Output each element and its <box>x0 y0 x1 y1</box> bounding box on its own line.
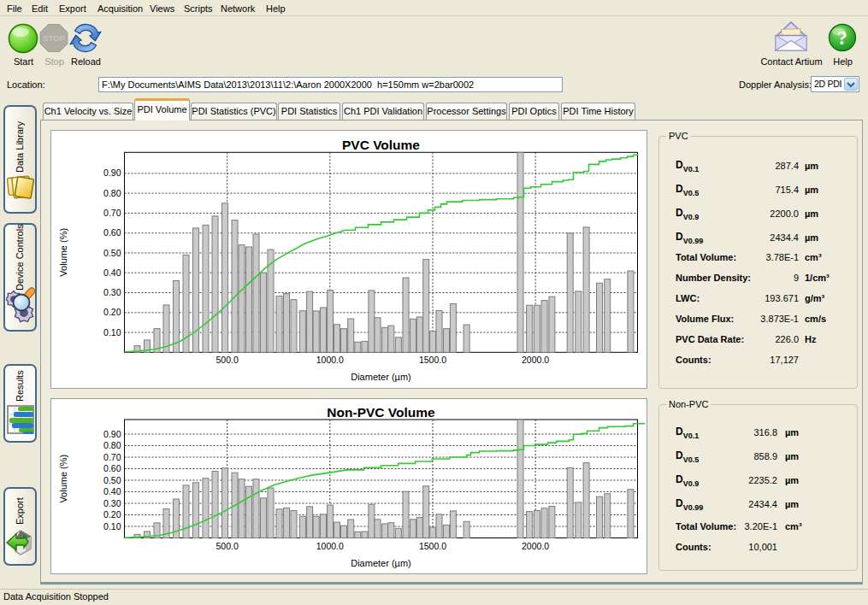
svg-text:0.10: 0.10 <box>103 521 121 532</box>
svg-text:500.0: 500.0 <box>216 541 238 551</box>
svg-text:2000.0: 2000.0 <box>522 541 549 551</box>
svg-text:Volume (%): Volume (%) <box>58 455 68 503</box>
svg-text:0.20: 0.20 <box>103 509 121 520</box>
svg-text:0.80: 0.80 <box>103 188 121 198</box>
svg-text:0.60: 0.60 <box>103 463 121 473</box>
svg-text:0.70: 0.70 <box>103 208 121 218</box>
svg-text:STOP: STOP <box>43 33 65 43</box>
svg-text:0.30: 0.30 <box>103 287 121 297</box>
svg-text:500.0: 500.0 <box>216 355 238 365</box>
svg-text:?: ? <box>837 27 847 49</box>
svg-text:0.40: 0.40 <box>103 267 121 278</box>
svg-text:1500.0: 1500.0 <box>419 355 446 365</box>
svg-text:0.40: 0.40 <box>103 486 121 496</box>
svg-text:0.80: 0.80 <box>103 440 121 450</box>
svg-text:Diameter (µm): Diameter (µm) <box>351 558 411 568</box>
svg-text:0.90: 0.90 <box>103 429 121 439</box>
svg-text:0.60: 0.60 <box>103 227 121 238</box>
svg-text:Volume (%): Volume (%) <box>58 228 68 277</box>
svg-text:1000.0: 1000.0 <box>316 355 344 365</box>
svg-text:0.70: 0.70 <box>103 452 121 462</box>
svg-text:1000.0: 1000.0 <box>316 541 344 551</box>
svg-text:0.50: 0.50 <box>103 475 121 485</box>
svg-text:0.30: 0.30 <box>103 498 121 508</box>
svg-text:0.20: 0.20 <box>103 307 121 317</box>
svg-text:0.50: 0.50 <box>103 248 121 258</box>
svg-text:PVC Volume: PVC Volume <box>342 138 420 152</box>
svg-text:Non-PVC Volume: Non-PVC Volume <box>327 405 435 420</box>
svg-text:2000.0: 2000.0 <box>522 355 549 365</box>
svg-text:0.90: 0.90 <box>103 167 121 178</box>
svg-text:1500.0: 1500.0 <box>419 541 446 551</box>
svg-text:0.10: 0.10 <box>103 327 121 338</box>
svg-text:Diameter (µm): Diameter (µm) <box>351 372 411 382</box>
